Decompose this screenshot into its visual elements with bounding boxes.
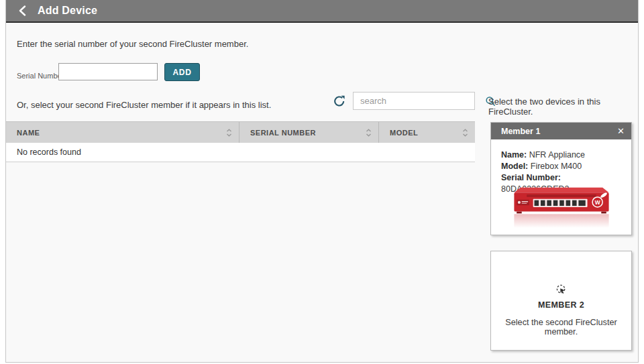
column-header-name[interactable]: NAME bbox=[6, 122, 239, 143]
search-input[interactable] bbox=[354, 96, 485, 106]
device-table-header: NAME SERIAL NUMBER MODEL bbox=[6, 121, 475, 143]
search-box bbox=[353, 92, 475, 110]
member1-model-line: Model: Firebox M400 bbox=[501, 161, 625, 172]
column-header-serial-number[interactable]: SERIAL NUMBER bbox=[239, 122, 378, 143]
sort-icon bbox=[226, 129, 232, 137]
sort-icon bbox=[366, 129, 372, 137]
close-icon[interactable]: ✕ bbox=[617, 127, 625, 135]
member2-body: MEMBER 2 Select the second FireCluster m… bbox=[491, 251, 631, 337]
page-title: Add Device bbox=[38, 5, 97, 17]
member1-title: Member 1 bbox=[501, 127, 540, 136]
member1-card: Member 1 ✕ Name: NFR Appliance Model: Fi… bbox=[490, 122, 632, 235]
chevron-left-icon bbox=[19, 5, 26, 16]
back-button[interactable] bbox=[15, 4, 29, 17]
member1-card-header: Member 1 ✕ bbox=[491, 123, 631, 139]
or-select-text: Or, select your second FireCluster membe… bbox=[17, 100, 271, 110]
add-button[interactable]: ADD bbox=[164, 63, 200, 81]
serial-number-input[interactable] bbox=[58, 63, 158, 80]
svg-text:W: W bbox=[595, 199, 600, 206]
member2-title: MEMBER 2 bbox=[538, 300, 584, 310]
device-table: NAME SERIAL NUMBER MODEL bbox=[6, 121, 475, 162]
member2-card[interactable]: MEMBER 2 Select the second FireCluster m… bbox=[490, 251, 632, 351]
serial-number-label: Serial Number bbox=[17, 72, 64, 80]
refresh-button[interactable] bbox=[333, 95, 346, 108]
cluster-instruction: Select the two devices in this FireClust… bbox=[488, 97, 638, 117]
serial-instruction: Enter the serial number of your second F… bbox=[17, 39, 248, 49]
firebox-device-image: W bbox=[508, 183, 615, 231]
member1-name-line: Name: NFR Appliance bbox=[501, 149, 625, 161]
table-empty-row: No records found bbox=[6, 143, 475, 162]
member2-description: Select the second FireCluster member. bbox=[491, 318, 631, 337]
column-header-model[interactable]: MODEL bbox=[378, 122, 475, 143]
select-device-icon bbox=[555, 284, 568, 296]
title-bar: Add Device bbox=[6, 0, 638, 23]
refresh-icon bbox=[333, 95, 346, 108]
add-device-window: Add Device Enter the serial number of yo… bbox=[5, 0, 639, 363]
sort-icon bbox=[462, 129, 468, 137]
